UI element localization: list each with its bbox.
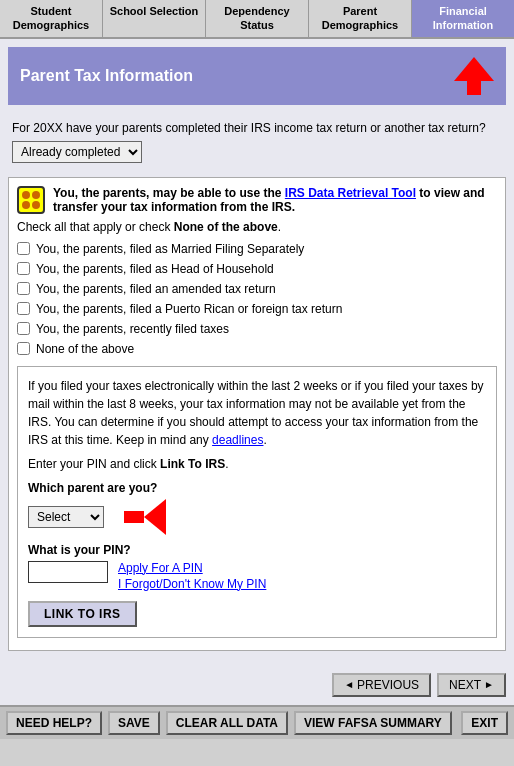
need-help-button[interactable]: NEED HELP? (6, 711, 102, 735)
arrow-left-indicator (124, 499, 166, 535)
check-instruction: Check all that apply or check None of th… (17, 220, 497, 234)
irs-box: If you filed your taxes electronically w… (17, 366, 497, 638)
arrow-left-head (144, 499, 166, 535)
footer-bar: NEED HELP? SAVE CLEAR ALL DATA VIEW FAFS… (0, 705, 514, 739)
list-item: You, the parents, filed an amended tax r… (17, 282, 497, 296)
arrow-head (454, 57, 494, 81)
nav-tabs: Student Demographics School Selection De… (0, 0, 514, 39)
tab-dependency-status[interactable]: Dependency Status (206, 0, 309, 37)
prev-arrow-icon: ◄ (344, 679, 354, 690)
previous-button[interactable]: ◄ PREVIOUS (332, 673, 431, 697)
irs-instruction: Enter your PIN and click Link To IRS. (28, 455, 486, 473)
checkbox-none-of-above[interactable] (17, 342, 30, 355)
exit-button[interactable]: EXIT (461, 711, 508, 735)
checkbox-recently-filed[interactable] (17, 322, 30, 335)
dot3 (22, 201, 30, 209)
list-item: You, the parents, filed as Married Filin… (17, 242, 497, 256)
info-box: You, the parents, may be able to use the… (8, 177, 506, 651)
arrow-body (467, 81, 481, 95)
none-of-above-text: None of the above (174, 220, 278, 234)
checkbox-head-of-household[interactable] (17, 262, 30, 275)
page-title-bar: Parent Tax Information (8, 47, 506, 105)
tab-school-selection[interactable]: School Selection (103, 0, 206, 37)
list-item: You, the parents, recently filed taxes (17, 322, 497, 336)
checkbox-list: You, the parents, filed as Married Filin… (17, 242, 497, 356)
pin-input[interactable] (28, 561, 108, 583)
link-to-irs-button[interactable]: LINK TO IRS (28, 601, 137, 627)
irs-retrieval-link[interactable]: IRS Data Retrieval Tool (285, 186, 416, 200)
parent-select-label: Which parent are you? (28, 481, 486, 495)
checkbox-married-separately[interactable] (17, 242, 30, 255)
pin-input-row: Apply For A PIN I Forgot/Don't Know My P… (28, 561, 486, 591)
tab-parent-demographics[interactable]: Parent Demographics (309, 0, 412, 37)
page-title: Parent Tax Information (20, 67, 193, 85)
next-arrow-icon: ► (484, 679, 494, 690)
tab-student-demographics[interactable]: Student Demographics (0, 0, 103, 37)
pin-section: Which parent are you? Select Parent 1 Pa… (28, 481, 486, 627)
list-item: None of the above (17, 342, 497, 356)
info-bold: You, the parents, may be able to use the… (53, 186, 485, 214)
bottom-nav: ◄ PREVIOUS NEXT ► (0, 665, 514, 705)
main-content: Parent Tax Information For 20XX have you… (0, 39, 514, 665)
irs-notice-text: If you filed your taxes electronically w… (28, 377, 486, 449)
apply-pin-link[interactable]: Apply For A PIN (118, 561, 266, 575)
checkbox-amended-return[interactable] (17, 282, 30, 295)
link-to-irs-label: Link To IRS (160, 457, 225, 471)
checkbox-puerto-rican[interactable] (17, 302, 30, 315)
list-item: You, the parents, filed as Head of House… (17, 262, 497, 276)
dot2 (32, 191, 40, 199)
parent-select[interactable]: Select Parent 1 Parent 2 (28, 506, 104, 528)
clear-all-data-button[interactable]: CLEAR ALL DATA (166, 711, 288, 735)
view-fafsa-summary-button[interactable]: VIEW FAFSA SUMMARY (294, 711, 452, 735)
arrow-up-indicator (454, 57, 494, 95)
dot4 (32, 201, 40, 209)
info-icon (17, 186, 45, 214)
save-button[interactable]: SAVE (108, 711, 160, 735)
parent-select-row: Select Parent 1 Parent 2 (28, 499, 486, 535)
pin-links: Apply For A PIN I Forgot/Don't Know My P… (118, 561, 266, 591)
pin-label: What is your PIN? (28, 543, 486, 557)
forgot-pin-link[interactable]: I Forgot/Don't Know My PIN (118, 577, 266, 591)
deadlines-link[interactable]: deadlines (212, 433, 263, 447)
arrow-left-body (124, 511, 144, 523)
info-box-header: You, the parents, may be able to use the… (17, 186, 497, 214)
tab-financial-information[interactable]: Financial Information (412, 0, 514, 37)
tax-question: For 20XX have your parents completed the… (8, 115, 506, 141)
dot1 (22, 191, 30, 199)
list-item: You, the parents, filed a Puerto Rican o… (17, 302, 497, 316)
next-button[interactable]: NEXT ► (437, 673, 506, 697)
info-text: You, the parents, may be able to use the… (53, 186, 497, 214)
tax-status-dropdown-row: Already completed Will file Not going to… (8, 141, 506, 171)
tax-status-select[interactable]: Already completed Will file Not going to… (12, 141, 142, 163)
